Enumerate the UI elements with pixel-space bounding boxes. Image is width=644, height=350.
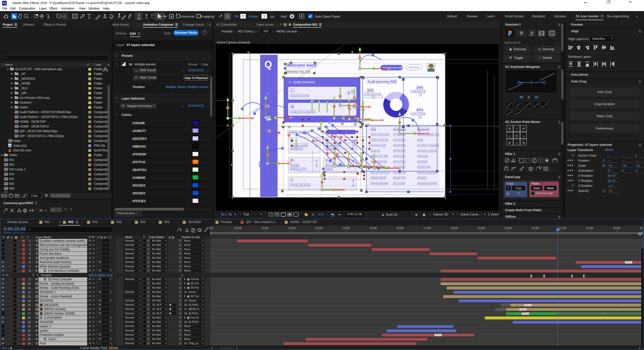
svg-text:Auto-Open Panel: Auto-Open Panel [315,15,340,18]
svg-text:3D: 3D [39,209,43,212]
svg-text:Universal: Universal [180,15,194,18]
svg-text:?: ? [263,15,265,18]
svg-text:?: ? [242,15,244,18]
svg-text:Snapping: Snapping [200,15,214,18]
svg-text:+: + [45,208,47,212]
svg-text:Stroke:: Stroke: [248,15,259,18]
svg-text:Fill:: Fill: [235,15,240,18]
svg-text:Add:: Add: [281,15,287,18]
svg-text:- px: - px [269,15,274,18]
